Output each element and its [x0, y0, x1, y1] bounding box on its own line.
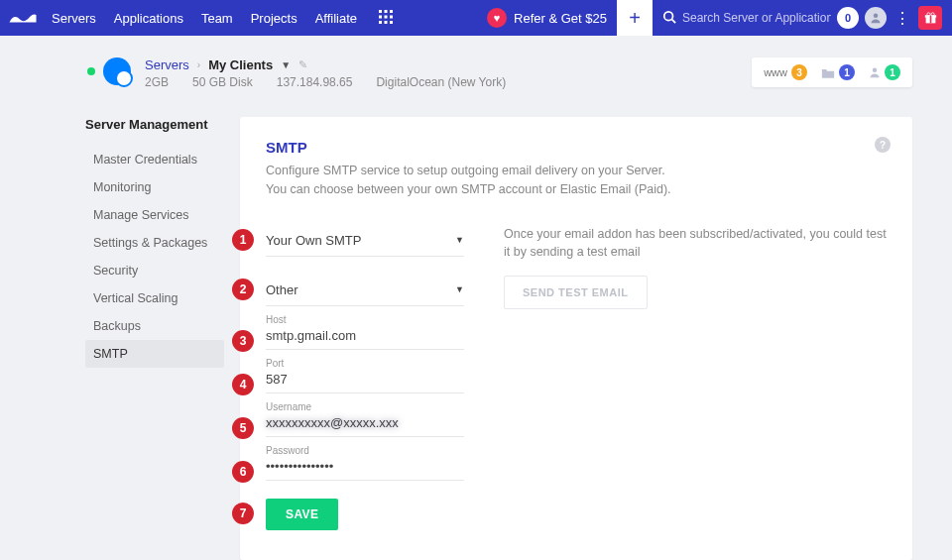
user-avatar[interactable] [865, 7, 887, 29]
sidebar-item-settings-packages[interactable]: Settings & Packages [85, 229, 224, 257]
edit-icon[interactable]: ✎ [298, 58, 307, 71]
sidebar-item-manage-services[interactable]: Manage Services [85, 201, 224, 229]
sidebar-item-backups[interactable]: Backups [85, 312, 224, 340]
svg-point-9 [664, 11, 673, 20]
crumb-client[interactable]: My Clients [208, 57, 273, 72]
server-summary: www 3 1 1 [752, 57, 912, 87]
password-field-wrap: 6 Password [266, 455, 464, 481]
svg-rect-14 [929, 15, 931, 23]
password-field[interactable] [266, 455, 464, 480]
svg-line-10 [672, 19, 676, 23]
panel-desc: Configure SMTP service to setup outgoing… [266, 162, 682, 199]
sidebar-item-vertical-scaling[interactable]: Vertical Scaling [85, 284, 224, 312]
svg-rect-3 [379, 15, 382, 18]
host-field-wrap: 3 Host [266, 324, 464, 350]
smtp-panel: ? SMTP Configure SMTP service to setup o… [240, 117, 912, 560]
annotation-4: 4 [232, 374, 254, 395]
chevron-right-icon: › [197, 59, 200, 70]
annotation-3: 3 [232, 330, 254, 352]
sidebar-title: Server Management [85, 117, 224, 132]
sidebar: Server Management Master Credentials Mon… [85, 117, 224, 560]
search-input[interactable] [682, 11, 831, 25]
svg-point-17 [873, 68, 878, 73]
search-icon [662, 10, 676, 27]
svg-rect-8 [390, 21, 393, 24]
chevron-down-icon: ▼ [455, 235, 464, 245]
apps-grid-icon[interactable] [379, 10, 393, 27]
nav-affiliate[interactable]: Affiliate [315, 11, 357, 26]
help-icon[interactable]: ? [875, 137, 891, 153]
gift-icon[interactable] [918, 6, 942, 30]
refer-link[interactable]: ♥ Refer & Get $25 [487, 8, 607, 28]
annotation-1: 1 [232, 229, 254, 251]
annotation-7: 7 [232, 503, 254, 524]
summary-projects[interactable]: 1 [821, 64, 855, 80]
refer-text: Refer & Get $25 [514, 11, 607, 26]
save-button[interactable]: SAVE [266, 499, 338, 530]
nav-links: Servers Applications Team Projects Affil… [52, 11, 357, 26]
username-field[interactable]: xxxxxxxxxx@xxxxx.xxx [266, 411, 464, 436]
notification-count[interactable]: 0 [837, 7, 859, 29]
meta-ram: 2GB [145, 75, 169, 89]
svg-rect-1 [385, 10, 388, 13]
crumb-servers[interactable]: Servers [145, 57, 189, 72]
sidebar-item-smtp[interactable]: SMTP [85, 340, 224, 368]
svg-point-11 [874, 14, 879, 19]
heart-icon: ♥ [487, 8, 507, 28]
nav-team[interactable]: Team [201, 11, 233, 26]
svg-rect-4 [385, 15, 388, 18]
annotation-2: 2 [232, 279, 254, 300]
port-field[interactable] [266, 368, 464, 392]
svg-rect-7 [385, 21, 388, 24]
panel-title: SMTP [266, 139, 887, 156]
meta-disk: 50 GB Disk [192, 75, 253, 89]
brand-logo[interactable] [0, 0, 46, 36]
provider-icon [103, 57, 131, 85]
sidebar-item-master-credentials[interactable]: Master Credentials [85, 146, 224, 173]
host-field[interactable] [266, 324, 464, 349]
sidebar-item-monitoring[interactable]: Monitoring [85, 173, 224, 201]
meta-ip: 137.184.98.65 [277, 75, 353, 89]
svg-rect-0 [379, 10, 382, 13]
top-nav: Servers Applications Team Projects Affil… [0, 0, 952, 36]
nav-applications[interactable]: Applications [114, 11, 183, 26]
add-button[interactable]: + [617, 0, 653, 36]
smtp-form: 1 Your Own SMTP ▼ 2 Other ▼ 3 Host [266, 225, 464, 530]
svg-rect-2 [390, 10, 393, 13]
breadcrumb: Servers › My Clients ▼ ✎ [145, 57, 506, 72]
send-test-email-button[interactable]: SEND TEST EMAIL [504, 276, 648, 309]
svg-rect-6 [379, 21, 382, 24]
kebab-menu-icon[interactable]: ⋮ [894, 9, 910, 28]
chevron-down-icon: ▼ [455, 284, 464, 294]
smtp-type-select[interactable]: 1 Your Own SMTP ▼ [266, 225, 464, 257]
nav-projects[interactable]: Projects [251, 11, 298, 26]
test-email-note: Once your email addon has been subscribe… [504, 225, 887, 263]
annotation-5: 5 [232, 417, 254, 439]
username-field-wrap: 5 Username xxxxxxxxxx@xxxxx.xxx [266, 411, 464, 437]
server-status-dot [87, 67, 95, 75]
sidebar-item-security[interactable]: Security [85, 257, 224, 284]
svg-rect-5 [390, 15, 393, 18]
meta-provider: DigitalOcean (New York) [376, 75, 506, 89]
smtp-provider-select[interactable]: 2 Other ▼ [266, 275, 464, 306]
dropdown-caret-icon[interactable]: ▼ [281, 59, 291, 70]
summary-users[interactable]: 1 [869, 64, 900, 80]
summary-www[interactable]: www 3 [764, 64, 807, 80]
annotation-6: 6 [232, 461, 254, 483]
port-field-wrap: 4 Port [266, 368, 464, 393]
nav-servers[interactable]: Servers [52, 11, 96, 26]
search-wrap [662, 10, 831, 27]
server-meta: 2GB 50 GB Disk 137.184.98.65 DigitalOcea… [145, 75, 506, 89]
